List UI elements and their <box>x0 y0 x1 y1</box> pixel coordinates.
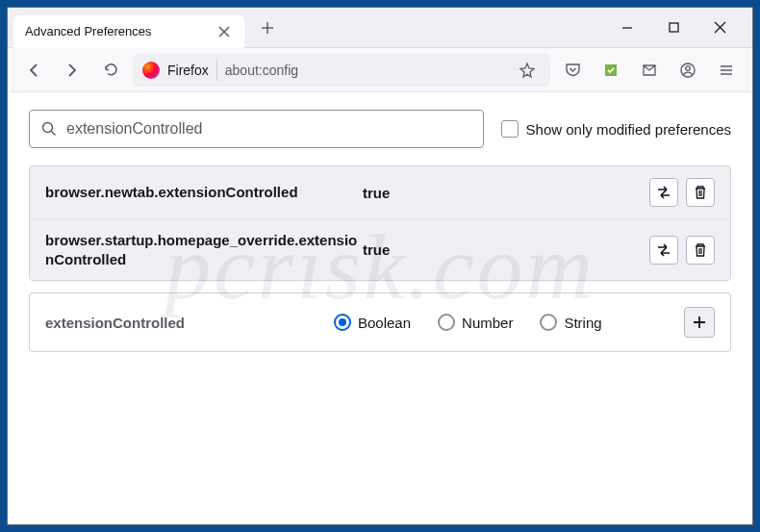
table-row: browser.newtab.extensionControlled true <box>30 166 730 219</box>
svg-point-3 <box>686 65 691 70</box>
pref-value: true <box>363 185 649 201</box>
window-controls <box>610 13 752 42</box>
tab-active[interactable]: Advanced Preferences <box>13 15 244 48</box>
search-box[interactable] <box>29 110 484 148</box>
search-icon <box>41 121 57 137</box>
pref-value: true <box>363 241 649 258</box>
radio-icon <box>334 314 351 331</box>
pocket-icon[interactable] <box>556 54 589 87</box>
new-preference-row: extensionControlled Boolean Number Strin… <box>29 292 731 352</box>
reload-button[interactable] <box>94 54 127 87</box>
modified-only-toggle[interactable]: Show only modified preferences <box>501 120 731 138</box>
search-input[interactable] <box>66 120 471 138</box>
inbox-icon[interactable] <box>633 54 666 87</box>
close-icon[interactable] <box>215 23 233 40</box>
svg-rect-0 <box>670 23 678 32</box>
account-icon[interactable] <box>671 54 704 87</box>
radio-label: String <box>564 315 601 331</box>
tab-title: Advanced Preferences <box>25 24 215 38</box>
new-tab-button[interactable] <box>252 13 283 43</box>
extension-icon[interactable] <box>595 54 627 87</box>
row-actions <box>649 178 715 207</box>
table-row: browser.startup.homepage_override.extens… <box>30 219 730 280</box>
radio-number[interactable]: Number <box>438 314 513 331</box>
browser-window: Advanced Preferences <box>7 7 753 525</box>
new-pref-name: extensionControlled <box>45 315 334 331</box>
svg-point-4 <box>43 123 53 133</box>
pref-name: browser.newtab.extensionControlled <box>45 183 363 202</box>
titlebar: Advanced Preferences <box>8 8 752 48</box>
radio-label: Boolean <box>358 315 411 331</box>
maximize-button[interactable] <box>656 13 691 42</box>
forward-button[interactable] <box>56 54 89 87</box>
radio-label: Number <box>462 315 513 331</box>
row-actions <box>649 236 715 265</box>
radio-icon <box>540 314 557 331</box>
radio-string[interactable]: String <box>540 314 601 331</box>
bookmark-star-icon[interactable] <box>514 57 541 84</box>
search-row: Show only modified preferences <box>29 110 731 148</box>
divider <box>216 60 217 81</box>
minimize-button[interactable] <box>610 13 645 42</box>
menu-button[interactable] <box>710 54 743 87</box>
url-input[interactable] <box>225 63 506 78</box>
content-area: Show only modified preferences browser.n… <box>8 92 752 524</box>
delete-button[interactable] <box>686 178 715 207</box>
radio-icon <box>438 314 455 331</box>
identity-label: Firefox <box>167 63 209 78</box>
radio-boolean[interactable]: Boolean <box>334 314 411 331</box>
modified-only-label: Show only modified preferences <box>526 121 731 138</box>
checkbox-icon[interactable] <box>501 120 519 138</box>
toggle-button[interactable] <box>649 236 678 265</box>
delete-button[interactable] <box>686 236 715 265</box>
back-button[interactable] <box>17 54 50 87</box>
pref-name: browser.startup.homepage_override.extens… <box>45 231 363 268</box>
close-window-button[interactable] <box>702 13 737 42</box>
toggle-button[interactable] <box>649 178 678 207</box>
firefox-logo-icon <box>142 62 160 79</box>
add-button[interactable] <box>684 307 715 338</box>
type-radio-group: Boolean Number String <box>334 314 684 331</box>
url-bar[interactable]: Firefox <box>133 54 550 87</box>
preferences-table: browser.newtab.extensionControlled true … <box>29 165 731 281</box>
navigation-toolbar: Firefox <box>8 48 752 92</box>
